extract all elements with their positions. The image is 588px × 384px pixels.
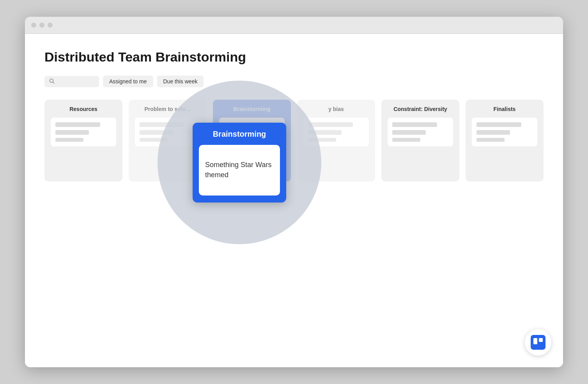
- traffic-light-maximize[interactable]: [48, 23, 53, 28]
- browser-window: Distributed Team Brainstorming Assigned …: [25, 17, 563, 367]
- column-finalists: Finalists: [466, 100, 544, 181]
- card-bar: [392, 130, 426, 135]
- card-tag: [476, 138, 505, 142]
- traffic-lights: [31, 23, 53, 28]
- assigned-to-me-button[interactable]: Assigned to me: [103, 76, 153, 87]
- card-bar: [392, 122, 437, 127]
- card[interactable]: [388, 118, 453, 146]
- brainstorming-card[interactable]: [219, 118, 285, 146]
- svg-rect-3: [533, 338, 537, 344]
- card[interactable]: [51, 118, 116, 146]
- card-bar: [140, 130, 173, 135]
- column-y-bias: y bias: [297, 100, 375, 181]
- card-bar: [224, 155, 269, 160]
- card[interactable]: [135, 118, 200, 146]
- column-header-diversity: Constraint: Diversity: [388, 106, 453, 112]
- card-tag: [392, 138, 420, 142]
- card-bar: [224, 130, 257, 135]
- page-title: Distributed Team Brainstorming: [44, 49, 544, 65]
- trello-badge[interactable]: [525, 329, 551, 356]
- trello-logo-icon: [531, 335, 545, 350]
- card-bar: [476, 122, 521, 127]
- card-bar: [308, 130, 342, 135]
- card-bar: [55, 122, 100, 127]
- card[interactable]: [303, 118, 369, 146]
- card-tag: [308, 138, 336, 142]
- kanban-board: Resources Problem to solv… Brainstormi: [44, 100, 544, 189]
- card-tag: [224, 138, 252, 142]
- traffic-light-minimize[interactable]: [39, 23, 44, 28]
- svg-line-1: [53, 82, 55, 83]
- brainstorming-card-2[interactable]: [219, 150, 285, 171]
- card-tag: [140, 138, 168, 142]
- card-bar: [476, 130, 510, 135]
- column-header-brainstorming: Brainstorming: [219, 106, 285, 112]
- svg-rect-4: [539, 338, 543, 342]
- traffic-light-close[interactable]: [31, 23, 36, 28]
- browser-titlebar: [25, 17, 563, 34]
- card-bar: [224, 122, 269, 127]
- column-constraint-diversity: Constraint: Diversity: [381, 100, 459, 181]
- search-icon: [49, 78, 55, 85]
- card-tag: [224, 163, 252, 167]
- column-problem-to-solve: Problem to solv…: [129, 100, 207, 181]
- card[interactable]: [472, 118, 537, 146]
- column-header-finalists: Finalists: [472, 106, 537, 112]
- card-tag: [55, 138, 83, 142]
- browser-content: Distributed Team Brainstorming Assigned …: [25, 34, 563, 367]
- toolbar: Assigned to me Due this week: [44, 76, 544, 87]
- column-brainstorming: Brainstorming: [213, 100, 291, 181]
- card-bar: [55, 130, 89, 135]
- due-this-week-button[interactable]: Due this week: [157, 76, 204, 87]
- column-header-problem: Problem to solv…: [135, 106, 200, 112]
- card-bar: [140, 122, 184, 127]
- column-header-y-bias: y bias: [303, 106, 369, 112]
- search-box[interactable]: [44, 76, 99, 87]
- svg-rect-2: [531, 335, 545, 350]
- column-resources: Resources: [44, 100, 122, 181]
- column-header-resources: Resources: [51, 106, 116, 112]
- card-bar: [308, 122, 353, 127]
